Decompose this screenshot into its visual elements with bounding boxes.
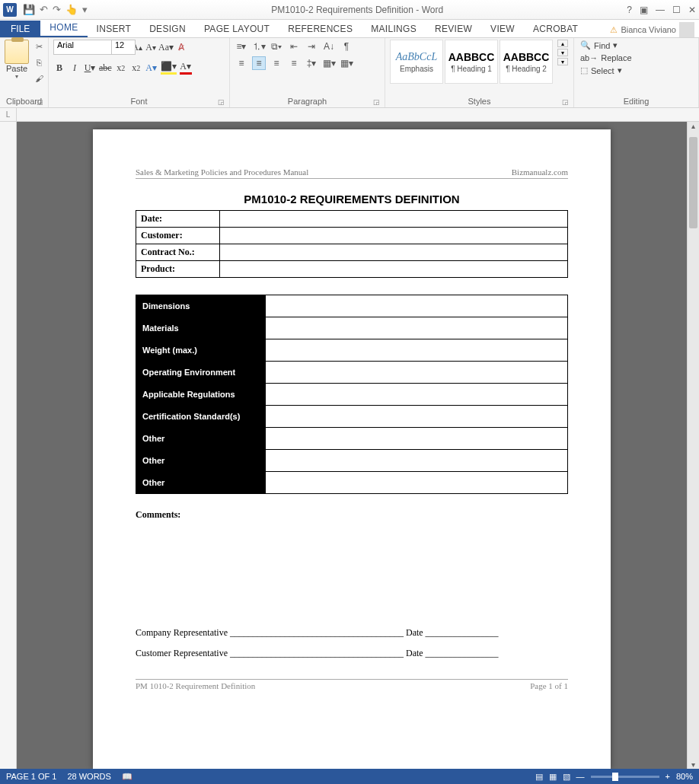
subscript-button[interactable]: x2 (115, 61, 127, 75)
style-heading-2[interactable]: AABBCC ¶ Heading 2 (500, 40, 553, 84)
numbering-icon[interactable]: ⒈▾ (252, 40, 266, 53)
styles-scroll-down-icon[interactable]: ▾ (557, 49, 568, 56)
styles-more-icon[interactable]: ▾ (557, 58, 568, 65)
cut-icon[interactable]: ✂ (32, 40, 46, 53)
info-value[interactable] (220, 244, 568, 261)
align-right-icon[interactable]: ≡ (270, 56, 283, 70)
tab-mailings[interactable]: MAILINGS (362, 21, 426, 37)
user-account[interactable]: ⚠ Bianca Viviano (610, 22, 699, 37)
change-case-icon[interactable]: Aa▾ (158, 40, 174, 54)
web-layout-icon[interactable]: ▧ (563, 772, 570, 782)
tab-view[interactable]: VIEW (481, 21, 524, 37)
borders-icon[interactable]: ▦▾ (340, 56, 353, 70)
spec-value[interactable] (266, 362, 568, 384)
tab-home[interactable]: HOME (40, 19, 87, 37)
find-button[interactable]: 🔍Find ▾ (579, 40, 619, 51)
tab-references[interactable]: REFERENCES (279, 21, 362, 37)
zoom-slider[interactable] (591, 776, 659, 778)
style-emphasis[interactable]: AaBbCcL Emphasis (390, 40, 443, 84)
spec-value[interactable] (266, 428, 568, 450)
superscript-button[interactable]: x2 (130, 61, 142, 75)
align-center-icon[interactable]: ≡ (252, 56, 266, 70)
doc-footer: PM 1010-2 Requirement Definition Page 1 … (136, 679, 568, 690)
paragraph-launcher-icon[interactable]: ◲ (373, 98, 380, 106)
font-launcher-icon[interactable]: ◲ (218, 98, 225, 106)
strikethrough-button[interactable]: abc (99, 61, 112, 75)
scroll-down-icon[interactable]: ▾ (688, 760, 699, 769)
tab-selector[interactable]: L (0, 108, 17, 121)
highlight-icon[interactable]: ⬛▾ (161, 61, 177, 75)
text-effects-icon[interactable]: A▾ (145, 61, 158, 75)
spec-value[interactable] (266, 295, 568, 317)
show-marks-icon[interactable]: ¶ (340, 40, 353, 53)
sort-icon[interactable]: A↓ (322, 40, 336, 53)
font-size-combo[interactable]: 12 (111, 40, 136, 55)
save-icon[interactable]: 💾 (23, 4, 35, 15)
style-heading-1[interactable]: AABBCC ¶ Heading 1 (445, 40, 498, 84)
shading-icon[interactable]: ▦▾ (322, 56, 336, 70)
document-area[interactable]: Sales & Marketing Policies and Procedure… (17, 122, 687, 769)
shrink-font-icon[interactable]: A▾ (145, 40, 157, 54)
increase-indent-icon[interactable]: ⇥ (305, 40, 318, 53)
styles-scroll-up-icon[interactable]: ▴ (557, 40, 568, 47)
customize-qat-icon[interactable]: ▾ (82, 4, 88, 15)
vertical-scrollbar[interactable]: ▴ ▾ (687, 122, 699, 769)
bullets-icon[interactable]: ≡▾ (235, 40, 248, 53)
table-row: Other (136, 428, 568, 450)
redo-icon[interactable]: ↷ (53, 4, 61, 15)
select-button[interactable]: ⬚Select ▾ (579, 65, 624, 76)
info-value[interactable] (220, 228, 568, 244)
spec-value[interactable] (266, 339, 568, 362)
align-left-icon[interactable]: ≡ (235, 56, 248, 70)
scroll-up-icon[interactable]: ▴ (688, 122, 699, 130)
italic-button[interactable]: I (69, 61, 81, 75)
tab-page-layout[interactable]: PAGE LAYOUT (195, 21, 279, 37)
zoom-in-icon[interactable]: + (665, 772, 670, 781)
maximize-icon[interactable]: ☐ (672, 5, 681, 15)
clear-formatting-icon[interactable]: A̷ (175, 40, 187, 54)
bold-button[interactable]: B (53, 61, 65, 75)
tab-acrobat[interactable]: ACROBAT (524, 21, 587, 37)
touch-mode-icon[interactable]: 👆 (65, 4, 78, 15)
zoom-level[interactable]: 80% (676, 772, 693, 781)
read-mode-icon[interactable]: ▦ (549, 772, 557, 782)
ribbon-display-icon[interactable]: ▣ (640, 5, 648, 15)
line-spacing-icon[interactable]: ‡▾ (305, 56, 318, 70)
spec-value[interactable] (266, 450, 568, 472)
format-painter-icon[interactable]: 🖌 (32, 72, 46, 85)
decrease-indent-icon[interactable]: ⇤ (287, 40, 301, 53)
spec-value[interactable] (266, 317, 568, 339)
tab-review[interactable]: REVIEW (426, 21, 481, 37)
spec-value[interactable] (266, 406, 568, 428)
scroll-thumb[interactable] (689, 137, 697, 228)
info-value[interactable] (220, 211, 568, 228)
font-color-icon[interactable]: A▾ (180, 61, 192, 75)
paste-button[interactable]: Paste ▾ (5, 40, 29, 80)
underline-button[interactable]: U▾ (84, 61, 96, 75)
zoom-out-icon[interactable]: ― (576, 772, 585, 781)
status-words[interactable]: 28 WORDS (67, 772, 110, 781)
tab-design[interactable]: DESIGN (140, 21, 195, 37)
tab-insert[interactable]: INSERT (88, 21, 141, 37)
clipboard-launcher-icon[interactable]: ◲ (37, 98, 43, 106)
styles-launcher-icon[interactable]: ◲ (562, 98, 569, 106)
minimize-icon[interactable]: ― (656, 5, 665, 15)
horizontal-ruler[interactable] (17, 108, 699, 121)
tab-file[interactable]: FILE (0, 21, 40, 37)
info-value[interactable] (220, 261, 568, 278)
copy-icon[interactable]: ⎘ (32, 56, 46, 69)
status-page[interactable]: PAGE 1 OF 1 (6, 772, 56, 781)
zoom-knob[interactable] (612, 773, 618, 781)
multilevel-list-icon[interactable]: ⧉▾ (270, 40, 283, 53)
proofing-icon[interactable]: 📖 (122, 772, 132, 782)
font-name-combo[interactable]: Arial (53, 40, 116, 55)
vertical-ruler[interactable] (0, 122, 17, 769)
close-icon[interactable]: ✕ (688, 5, 696, 15)
spec-value[interactable] (266, 384, 568, 406)
replace-button[interactable]: ab→Replace (579, 53, 634, 63)
print-layout-icon[interactable]: ▤ (535, 772, 543, 782)
justify-icon[interactable]: ≡ (287, 56, 301, 70)
spec-value[interactable] (266, 472, 568, 494)
help-icon[interactable]: ? (627, 5, 632, 15)
undo-icon[interactable]: ↶ (40, 4, 48, 15)
